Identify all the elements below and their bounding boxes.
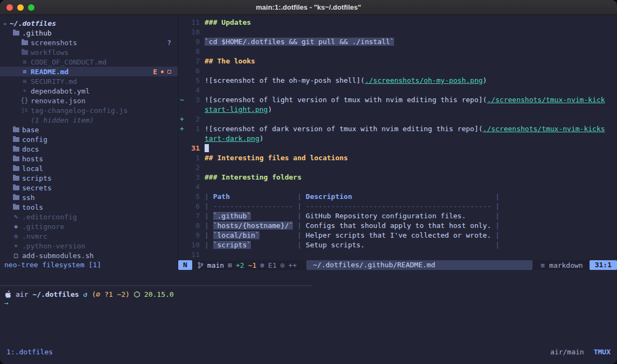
tree-item-add-submodules.sh[interactable]: □add-submodules.sh xyxy=(0,251,178,260)
editor-line[interactable]: 5| Path | Description | xyxy=(178,192,617,202)
editor-line[interactable]: 2 xyxy=(178,163,617,173)
editor-line[interactable]: +1![screenshot of dark version of tmux w… xyxy=(178,125,617,134)
folder-icon xyxy=(12,146,20,152)
editor-line[interactable]: 4 xyxy=(178,86,617,96)
editor-line[interactable]: 11### Updates xyxy=(178,18,617,28)
diagnostic-icon: ⊗ xyxy=(260,261,264,269)
tree-item-.python-version[interactable]: ∗.python-version xyxy=(0,241,178,251)
folder-icon xyxy=(12,204,20,210)
editor-line[interactable]: 11 xyxy=(178,251,617,260)
tmux-badge: TMUX xyxy=(594,348,611,356)
editor-line[interactable]: 7## The looks xyxy=(178,57,617,67)
text-segment: ![screenshot of dark version of tmux wit… xyxy=(205,125,483,133)
text-segment: | xyxy=(205,192,213,201)
extra-icon: ⊙ xyxy=(281,261,285,269)
tree-item-label: SECURITY.md xyxy=(31,77,77,85)
editor-line[interactable]: start-light.png) xyxy=(178,105,617,115)
tree-item-.gitignore[interactable]: ◆.gitignore xyxy=(0,222,178,231)
py-file-icon: ∗ xyxy=(12,242,20,249)
tree-item-1-hidden-item[interactable]: (1 hidden item) xyxy=(0,115,178,125)
folder-glyph xyxy=(13,156,19,161)
tree-item-.dotfiles[interactable]: ▸~/.dotfiles xyxy=(0,18,178,28)
tree-item-screenshots[interactable]: screenshots? xyxy=(0,38,178,47)
line-number: 9 xyxy=(186,231,200,241)
tree-item-hosts[interactable]: hosts xyxy=(0,154,178,163)
prompt-node-version: 20.15.0 xyxy=(144,290,174,298)
gutter-sign xyxy=(178,105,186,115)
editor-line[interactable]: 6 xyxy=(178,67,617,76)
line-text: | Path | Description | xyxy=(200,192,500,202)
unstaged-square-icon xyxy=(167,70,171,74)
editor-line[interactable]: 8| `hosts/{hostname}/` | Configs that sh… xyxy=(178,222,617,231)
line-text: ![screenshot of light version of tmux wi… xyxy=(200,96,605,105)
gutter-sign: + xyxy=(178,125,186,134)
folder-icon xyxy=(20,49,29,55)
gutter-sign xyxy=(178,251,186,260)
editor-line[interactable]: 5![screenshot of the oh-my-posh shell](.… xyxy=(178,76,617,86)
tree-item-scripts[interactable]: scripts xyxy=(0,173,178,183)
tree-item-workflows[interactable]: workflows xyxy=(0,47,178,57)
folder-icon xyxy=(12,156,20,161)
editor-line[interactable]: 4 xyxy=(178,183,617,192)
git-branch-label: main xyxy=(207,261,224,269)
line-text xyxy=(200,47,205,57)
node-icon xyxy=(134,291,140,298)
tree-item-.nvmrc[interactable]: ◇.nvmrc xyxy=(0,231,178,241)
tree-item-config[interactable]: config xyxy=(0,134,178,144)
editor-line[interactable]: 1## Interesting files and locations xyxy=(178,154,617,163)
editor-line[interactable]: 10 xyxy=(178,28,617,38)
editor-line[interactable]: 31 xyxy=(178,144,617,154)
prompt-host: air xyxy=(16,290,28,298)
tree-item-.editorconfig[interactable]: ✎.editorconfig xyxy=(0,212,178,222)
neo-tree-sidebar: ▸~/.dotfiles.githubscreenshots?workflows… xyxy=(0,18,178,260)
editor-line[interactable]: 3### Interesting folders xyxy=(178,173,617,183)
tree-item-secrets[interactable]: secrets xyxy=(0,183,178,192)
editor-line[interactable]: 9`cd $HOME/.dotfiles && git pull && ./in… xyxy=(178,38,617,47)
tmux-pane-border[interactable] xyxy=(0,286,312,286)
tmux-window-name[interactable]: 1:.dotfiles xyxy=(6,348,53,356)
folder-glyph xyxy=(13,205,19,210)
editor-line[interactable]: 10| `scripts` | Setup scripts. | xyxy=(178,241,617,251)
editor-line[interactable]: tart-dark.png) xyxy=(178,134,617,144)
tree-item-.github[interactable]: .github xyxy=(0,28,178,38)
text-segment: | xyxy=(251,212,306,220)
tree-item-label: scripts xyxy=(22,174,52,182)
tree-item-label: renovate.json xyxy=(31,97,86,105)
tree-item-docs[interactable]: docs xyxy=(0,144,178,154)
tree-item-tools[interactable]: tools xyxy=(0,202,178,212)
tree-item-dependabot.yml[interactable]: ◦dependabot.yml xyxy=(0,86,178,96)
line-number: 10 xyxy=(186,28,200,38)
editor-line[interactable]: 7| `.github` | GitHub Repository configu… xyxy=(178,212,617,222)
text-segment: GitHub Repository configuration files. xyxy=(306,212,466,220)
tree-item-label: .gitignore xyxy=(22,223,64,231)
tree-item-ssh[interactable]: ssh xyxy=(0,192,178,202)
editor-line[interactable]: 8 xyxy=(178,47,617,57)
tree-item-renovate.json[interactable]: {}renovate.json xyxy=(0,96,178,105)
editor-line[interactable]: 6| ------------------- | ---------------… xyxy=(178,202,617,212)
diff-added-count: +2 xyxy=(236,261,244,269)
line-number: 5 xyxy=(186,192,200,202)
tree-item-tag-changelog-config.js[interactable]: jstag-changelog-config.js xyxy=(0,105,178,115)
folder-icon xyxy=(12,166,20,171)
fullscreen-button[interactable] xyxy=(28,4,34,11)
editor-line[interactable]: ~3![screenshot of light version of tmux … xyxy=(178,96,617,105)
folder-icon xyxy=(12,185,20,190)
tree-item-readme.md[interactable]: ≡README.mdE xyxy=(0,67,178,76)
tree-item-security.md[interactable]: ≡SECURITY.md xyxy=(0,76,178,86)
text-segment: Configs that should apply to that host o… xyxy=(306,222,491,230)
gutter-sign xyxy=(178,231,186,241)
editor-line[interactable]: 9| `local/bin` | Helper scripts that I'v… xyxy=(178,231,617,241)
line-text xyxy=(200,183,205,192)
shell-input-line[interactable]: → xyxy=(4,299,9,309)
minimize-button[interactable] xyxy=(17,4,24,11)
tree-item-base[interactable]: base xyxy=(0,125,178,134)
editor-buffer[interactable]: 11### Updates109`cd $HOME/.dotfiles && g… xyxy=(178,18,617,260)
folder-glyph xyxy=(13,195,19,200)
tree-item-code-of-conduct.md[interactable]: ≡CODE_OF_CONDUCT.md xyxy=(0,57,178,67)
shell-prompt: air ~/.dotfiles ↺ (⌀ ?1 ~2) 20.15.0 xyxy=(4,289,174,299)
tree-item-local[interactable]: local xyxy=(0,163,178,173)
gutter-sign xyxy=(178,222,186,231)
editor-line[interactable]: +2 xyxy=(178,115,617,125)
close-button[interactable] xyxy=(6,4,13,11)
text-segment: | xyxy=(491,231,500,239)
